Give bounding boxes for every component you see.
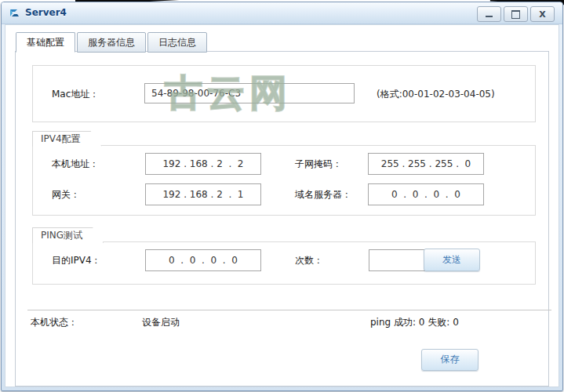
mac-format-hint: (格式:00-01-02-03-04-05) <box>377 88 495 101</box>
ping-section: 目的IPV4： 次数： 发送 <box>32 241 536 285</box>
ping-count-input[interactable] <box>369 249 425 271</box>
close-icon: X <box>539 10 545 19</box>
ipv4-section-title: IPV4配置 <box>32 131 102 147</box>
local-address-input[interactable] <box>145 153 261 175</box>
host-status-label: 本机状态： <box>31 316 78 329</box>
status-separator <box>27 310 551 310</box>
server-config-window: Server4 X 基础配置 服务器信息 日志信息 Mac地址： (格式:00- <box>1 2 563 391</box>
tab-server-info[interactable]: 服务器信息 <box>77 32 146 53</box>
local-address-label: 本机地址： <box>52 158 99 171</box>
tab-bar: 基础配置 服务器信息 日志信息 <box>16 32 209 52</box>
basic-config-panel: Mac地址： (格式:00-01-02-03-04-05) 古云网 IPV4配置… <box>15 51 549 387</box>
window-title: Server4 <box>25 7 67 18</box>
ipv4-section: 本机地址： 子网掩码： 网关： 域名服务器： <box>32 145 536 216</box>
subnet-mask-input[interactable] <box>368 153 484 175</box>
mac-address-input[interactable] <box>144 83 355 103</box>
minimize-button[interactable] <box>477 6 501 22</box>
host-status-value: 设备启动 <box>142 316 180 329</box>
save-button[interactable]: 保存 <box>421 349 478 371</box>
gateway-input[interactable] <box>145 183 261 205</box>
ensp-logo-icon <box>9 7 20 19</box>
mac-section: Mac地址： (格式:00-01-02-03-04-05) 古云网 <box>32 65 536 122</box>
ping-stats: ping 成功: 0 失败: 0 <box>370 316 459 329</box>
mac-address-label: Mac地址： <box>52 88 99 101</box>
ping-section-title: PING测试 <box>32 227 104 243</box>
gateway-label: 网关： <box>52 188 80 201</box>
tab-log-info[interactable]: 日志信息 <box>147 32 207 53</box>
minimize-icon <box>486 16 493 17</box>
dns-server-label: 域名服务器： <box>295 188 351 201</box>
close-button[interactable]: X <box>530 6 555 22</box>
tab-basic-config[interactable]: 基础配置 <box>16 32 75 53</box>
send-button[interactable]: 发送 <box>424 249 480 271</box>
titlebar[interactable]: Server4 X <box>2 2 562 24</box>
maximize-button[interactable] <box>504 6 528 22</box>
window-content: 基础配置 服务器信息 日志信息 Mac地址： (格式:00-01-02-03-0… <box>5 24 559 387</box>
ping-count-label: 次数： <box>295 254 323 267</box>
window-controls: X <box>477 6 555 22</box>
ping-dest-label: 目的IPV4： <box>52 254 101 267</box>
ping-dest-input[interactable] <box>145 249 261 271</box>
maximize-icon <box>511 10 520 19</box>
subnet-mask-label: 子网掩码： <box>295 158 342 171</box>
dns-server-input[interactable] <box>368 183 484 205</box>
